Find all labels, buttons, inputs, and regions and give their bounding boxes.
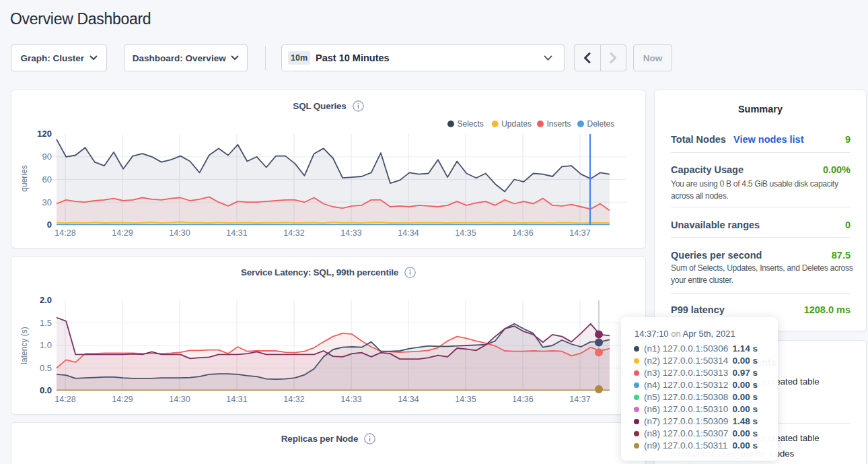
svg-text:14:36: 14:36 bbox=[512, 228, 533, 238]
svg-text:Updates: Updates bbox=[501, 119, 532, 129]
svg-text:14:35: 14:35 bbox=[455, 395, 476, 404]
svg-text:60: 60 bbox=[42, 174, 52, 185]
svg-text:latency (s): latency (s) bbox=[20, 327, 29, 364]
svg-text:14:28: 14:28 bbox=[55, 228, 75, 238]
svg-text:30: 30 bbox=[42, 197, 52, 207]
svg-text:Inserts: Inserts bbox=[547, 119, 571, 129]
svg-text:0: 0 bbox=[47, 220, 52, 230]
svg-text:14:34: 14:34 bbox=[398, 228, 419, 238]
svg-text:14:36: 14:36 bbox=[512, 395, 533, 404]
svg-text:14:32: 14:32 bbox=[283, 228, 304, 238]
svg-text:14:35: 14:35 bbox=[455, 228, 476, 238]
svg-text:14:33: 14:33 bbox=[340, 395, 361, 404]
svg-text:90: 90 bbox=[42, 152, 52, 162]
svg-text:0.0: 0.0 bbox=[40, 385, 52, 395]
svg-text:14:37: 14:37 bbox=[569, 395, 590, 404]
svg-text:14:34: 14:34 bbox=[398, 395, 419, 404]
svg-text:14:31: 14:31 bbox=[226, 395, 247, 404]
svg-text:120: 120 bbox=[37, 129, 52, 139]
svg-text:14:29: 14:29 bbox=[112, 228, 133, 238]
svg-text:14:31: 14:31 bbox=[226, 228, 247, 238]
svg-text:14:32: 14:32 bbox=[283, 395, 304, 404]
svg-text:14:30: 14:30 bbox=[169, 395, 190, 404]
svg-text:14:28: 14:28 bbox=[55, 395, 75, 404]
svg-text:14:29: 14:29 bbox=[112, 395, 133, 404]
svg-text:Selects: Selects bbox=[458, 119, 484, 129]
svg-text:14:30: 14:30 bbox=[169, 228, 190, 238]
svg-text:Deletes: Deletes bbox=[587, 119, 615, 129]
svg-text:1.5: 1.5 bbox=[40, 318, 52, 328]
svg-text:0.5: 0.5 bbox=[40, 363, 52, 373]
svg-text:14:37: 14:37 bbox=[569, 228, 590, 238]
svg-text:14:33: 14:33 bbox=[340, 228, 361, 238]
svg-text:queries: queries bbox=[20, 165, 29, 191]
svg-text:2.0: 2.0 bbox=[40, 295, 52, 305]
svg-text:1.0: 1.0 bbox=[40, 340, 52, 350]
